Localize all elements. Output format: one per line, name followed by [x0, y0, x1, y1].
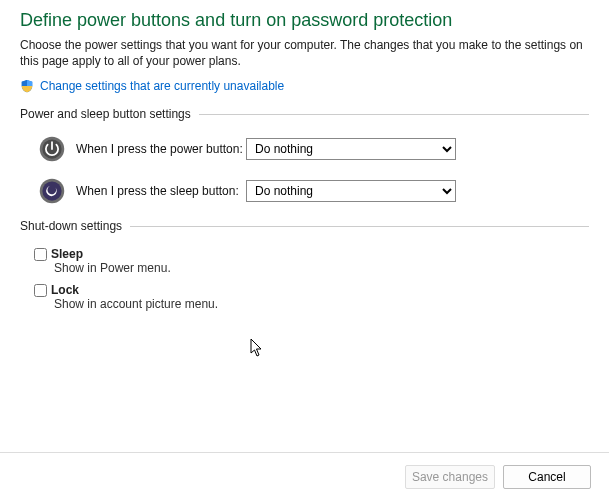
- power-button-row: When I press the power button: Do nothin…: [38, 135, 589, 163]
- sleep-button-select[interactable]: Do nothingSleepHibernateShut down: [246, 180, 456, 202]
- cancel-button[interactable]: Cancel: [503, 465, 591, 489]
- group-power-sleep-title: Power and sleep button settings: [20, 107, 589, 121]
- admin-settings-link[interactable]: Change settings that are currently unava…: [40, 79, 284, 93]
- group-title-label: Power and sleep button settings: [20, 107, 191, 121]
- footer-bar: Save changes Cancel: [0, 452, 609, 500]
- power-button-select[interactable]: Do nothingSleepHibernateShut down: [246, 138, 456, 160]
- lock-option-label: Lock: [51, 283, 79, 297]
- lock-option-sub: Show in account picture menu.: [54, 297, 589, 311]
- admin-link-row: Change settings that are currently unava…: [20, 79, 589, 93]
- sleep-button-label: When I press the sleep button:: [76, 184, 246, 198]
- divider: [130, 226, 589, 227]
- page-description: Choose the power settings that you want …: [20, 37, 589, 69]
- sleep-button-row: When I press the sleep button: Do nothin…: [38, 177, 589, 205]
- sleep-option: Sleep Show in Power menu.: [34, 247, 589, 275]
- power-button-label: When I press the power button:: [76, 142, 246, 156]
- group-shutdown-title: Shut-down settings: [20, 219, 589, 233]
- divider: [199, 114, 589, 115]
- lock-option: Lock Show in account picture menu.: [34, 283, 589, 311]
- sleep-option-sub: Show in Power menu.: [54, 261, 589, 275]
- settings-page: Define power buttons and turn on passwor…: [0, 0, 609, 440]
- uac-shield-icon: [20, 79, 34, 93]
- sleep-option-label: Sleep: [51, 247, 83, 261]
- power-button-icon: [38, 135, 66, 163]
- shutdown-settings-list: Sleep Show in Power menu. Lock Show in a…: [34, 247, 589, 311]
- sleep-button-icon: [38, 177, 66, 205]
- page-title: Define power buttons and turn on passwor…: [20, 10, 589, 31]
- lock-checkbox[interactable]: [34, 284, 47, 297]
- group-title-label: Shut-down settings: [20, 219, 122, 233]
- sleep-checkbox[interactable]: [34, 248, 47, 261]
- save-changes-button[interactable]: Save changes: [405, 465, 495, 489]
- svg-point-3: [42, 182, 61, 201]
